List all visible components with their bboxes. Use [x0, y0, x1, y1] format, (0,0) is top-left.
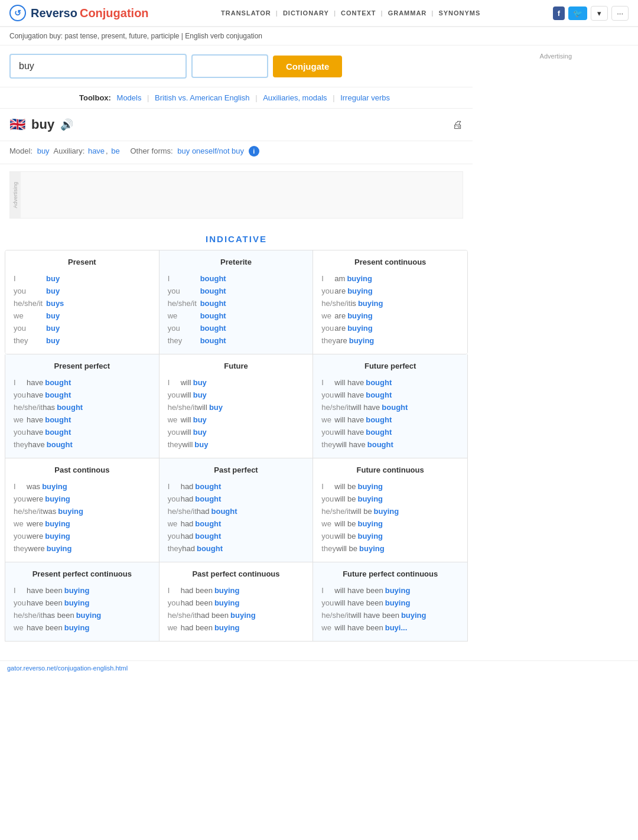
- toolbox-models[interactable]: Models: [117, 93, 142, 102]
- advertising-side: Advertising: [477, 50, 574, 62]
- conj-row: Iwill havebought: [321, 376, 459, 389]
- conj-row: youwill havebought: [321, 389, 459, 401]
- conj-row: theywill bebuying: [321, 542, 459, 555]
- toolbox-irregular[interactable]: Irregular verbs: [340, 93, 390, 102]
- search-input[interactable]: [9, 54, 187, 79]
- conj-row: he/she/ithad beenbuying: [168, 609, 305, 621]
- conj-row: he/she/itisbuying: [321, 297, 459, 310]
- conj-row: youwill have beenbuying: [321, 597, 459, 609]
- tense-name: Present continuous: [321, 258, 459, 266]
- conj-row: theywillbuy: [168, 438, 305, 451]
- conj-row: youbought: [168, 285, 305, 297]
- nav-grammar[interactable]: GRAMMAR: [388, 9, 427, 17]
- nav-links: TRANSLATOR | DICTIONARY | CONTEXT | GRAM…: [158, 9, 543, 17]
- conj-row: wehadbought: [168, 517, 305, 530]
- conj-row: youwill bebuying: [321, 530, 459, 542]
- conj-row: youhadbought: [168, 493, 305, 505]
- conj-row: he/she/ithadbought: [168, 505, 305, 517]
- model-verb-link[interactable]: buy: [37, 146, 50, 155]
- conj-row: theyhadbought: [168, 542, 305, 555]
- conj-row: theybought: [168, 334, 305, 347]
- conj-row: Ibuy: [14, 272, 151, 285]
- conj-row: youbuy: [14, 322, 151, 334]
- lang-dropdown-btn[interactable]: ▾: [591, 6, 608, 21]
- conj-row: youwerebuying: [14, 530, 151, 542]
- tense-present-continuous: Present continuous Iambuying youarebuyin…: [313, 250, 467, 354]
- tense-future-perfect: Future perfect Iwill havebought youwill …: [313, 354, 467, 458]
- nav-translator[interactable]: TRANSLATOR: [221, 9, 271, 17]
- nav-context[interactable]: CONTEXT: [341, 9, 376, 17]
- conj-row: wewill bebuying: [321, 517, 459, 530]
- language-select[interactable]: [191, 54, 268, 78]
- tense-row-4: Present perfect continuous Ihave beenbuy…: [5, 562, 468, 642]
- tense-pastpc: Past perfect continuous Ihad beenbuying …: [160, 562, 314, 641]
- conj-row: theywill havebought: [321, 438, 459, 451]
- tense-ppc: Present perfect continuous Ihave beenbuy…: [5, 562, 160, 641]
- ad-banner: Advertising: [9, 171, 463, 219]
- word-header: 🇬🇧 buy 🔊 🖨: [0, 109, 473, 141]
- other-forms-link[interactable]: buy oneself/not buy: [177, 146, 244, 155]
- ad-label-vertical: Advertising: [10, 172, 21, 218]
- conj-row: youwill bebuying: [321, 493, 459, 505]
- sound-icon[interactable]: 🔊: [60, 118, 73, 131]
- info-icon[interactable]: i: [249, 146, 259, 157]
- conj-row: theywerebuying: [14, 542, 151, 555]
- tense-past-continuous: Past continous Iwasbuying youwerebuying …: [5, 458, 160, 562]
- conj-row: he/she/ithas beenbuying: [14, 609, 151, 621]
- conj-row: youhadbought: [168, 530, 305, 542]
- conj-row: webuy: [14, 310, 151, 322]
- model-label: Model:: [9, 146, 32, 155]
- toolbox-auxiliaries[interactable]: Auxiliaries, modals: [263, 93, 327, 102]
- more-options-btn[interactable]: ···: [611, 6, 629, 21]
- conj-row: youarebuying: [321, 322, 459, 334]
- conj-row: wewill have beenbuyi...: [321, 621, 459, 634]
- tense-present-perfect: Present perfect Ihavebought youhavebough…: [5, 354, 160, 458]
- footer-url: gator.reverso.net/conjugation-english.ht…: [0, 660, 638, 675]
- conj-row: youbought: [168, 322, 305, 334]
- search-area: Conjugate: [0, 45, 473, 87]
- other-forms-label: Other forms:: [130, 146, 172, 155]
- logo[interactable]: ↺ Reverso Conjugation: [9, 5, 149, 21]
- conj-row: theyhavebought: [14, 438, 151, 451]
- toolbox-label: Toolbox:: [79, 93, 111, 102]
- facebook-icon[interactable]: f: [553, 6, 565, 20]
- conj-row: he/she/itwill have beenbuying: [321, 609, 459, 621]
- twitter-icon[interactable]: 🐦: [568, 6, 587, 20]
- nav-synonyms[interactable]: SYNONYMS: [438, 9, 480, 17]
- tense-row-3: Past continous Iwasbuying youwerebuying …: [5, 458, 468, 562]
- print-icon[interactable]: 🖨: [453, 119, 463, 131]
- conj-row: Iwillbuy: [168, 376, 305, 389]
- nav-dictionary[interactable]: DICTIONARY: [283, 9, 329, 17]
- conj-row: Iwasbuying: [14, 480, 151, 493]
- conj-row: wehad beenbuying: [168, 621, 305, 634]
- tense-present: Present Ibuy youbuy he/she/itbuys webuy …: [5, 250, 160, 354]
- conj-row: Ihave beenbuying: [14, 584, 151, 597]
- auxiliary-be[interactable]: be: [111, 146, 119, 155]
- conj-row: Ihadbought: [168, 480, 305, 493]
- conj-row: wewillbuy: [168, 414, 305, 426]
- conj-row: he/she/itwill bebuying: [321, 505, 459, 517]
- tense-name: Future: [168, 362, 305, 370]
- conj-row: youwill havebought: [321, 426, 459, 438]
- conj-row: he/she/itwillbuy: [168, 401, 305, 414]
- tense-row-1: Present Ibuy youbuy he/she/itbuys webuy …: [5, 250, 468, 354]
- tense-name: Preterite: [168, 258, 305, 266]
- main-content: INDICATIVE Present Ibuy youbuy he/she/it…: [0, 226, 473, 660]
- model-info: Model: buy Auxiliary: have, be Other for…: [0, 141, 473, 164]
- conj-row: wearebuying: [321, 310, 459, 322]
- tense-name: Past continous: [14, 465, 151, 474]
- conj-row: theybuy: [14, 334, 151, 347]
- conj-row: wehave beenbuying: [14, 621, 151, 634]
- tense-future: Future Iwillbuy youwillbuy he/she/itwill…: [160, 354, 314, 458]
- tense-name: Past perfect: [168, 465, 305, 474]
- word-title: buy: [31, 117, 54, 132]
- tense-preterite: Preterite Ibought youbought he/she/itbou…: [160, 250, 314, 354]
- logo-reverso: Reverso: [31, 6, 77, 20]
- main-col: Conjugate Toolbox: Models | British vs. …: [0, 45, 473, 660]
- conj-row: youwillbuy: [168, 426, 305, 438]
- toolbox-british[interactable]: British vs. American English: [155, 93, 249, 102]
- auxiliary-have[interactable]: have: [88, 146, 105, 155]
- conj-row: youwerebuying: [14, 493, 151, 505]
- conjugate-button[interactable]: Conjugate: [273, 56, 342, 77]
- conj-row: Iwill bebuying: [321, 480, 459, 493]
